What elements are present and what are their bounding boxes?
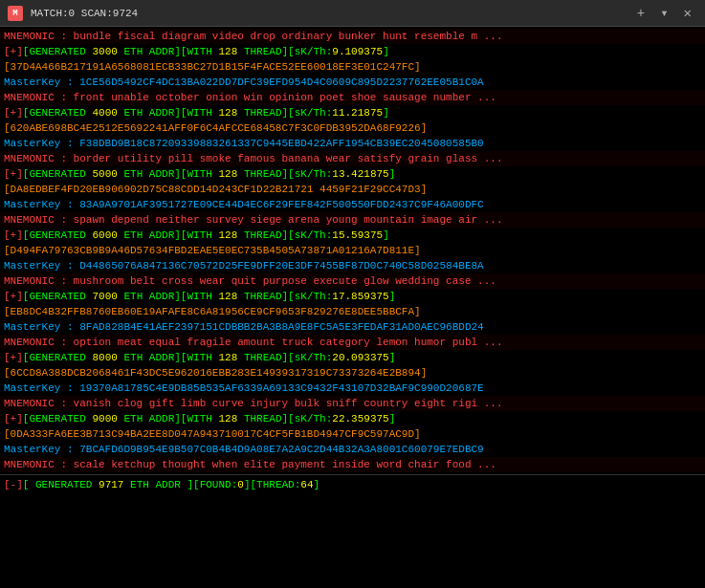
window-title: MATCH:0 SCAN:9724	[31, 8, 624, 19]
terminal-line: MasterKey : D44865076A847136C70572D25FE9…	[0, 258, 705, 273]
terminal-line: [+][GENERATED 4000 ETH ADDR][WITH 128 TH…	[0, 105, 705, 120]
terminal-line: [EB8DC4B32FFB8760EB60E19AFAFE8C6A81956CE…	[0, 304, 705, 319]
terminal-line: MNEMONIC : bundle fiscal diagram video d…	[0, 29, 705, 44]
terminal-line: [+][GENERATED 3000 ETH ADDR][WITH 128 TH…	[0, 44, 705, 59]
new-tab-button[interactable]: +	[631, 0, 650, 27]
terminal-line: MNEMONIC : option meat equal fragile amo…	[0, 335, 705, 350]
terminal-line: [+][GENERATED 6000 ETH ADDR][WITH 128 TH…	[0, 228, 705, 243]
terminal-line: MasterKey : 7BCAFD6D9B954E9B507C0B4B4D9A…	[0, 442, 705, 457]
terminal-line: MNEMONIC : scale ketchup thought when el…	[0, 457, 705, 472]
close-button[interactable]: ✕	[678, 0, 697, 27]
terminal-line: [6CCD8A388DCB2068461F43DC5E962016EBB283E…	[0, 365, 705, 381]
terminal-line: MNEMONIC : mushroom belt cross wear quit…	[0, 273, 705, 289]
terminal-line: [37D4A466B217191A6568081ECB33BC27D1B15F4…	[0, 59, 705, 75]
terminal-line: [0DA333FA6EE3B713C94BA2EE8D047A943710017…	[0, 426, 705, 442]
terminal-line: MNEMONIC : vanish clog gift limb curve i…	[0, 396, 705, 411]
titlebar-controls: + ▾ ✕	[631, 0, 697, 27]
terminal-output: MNEMONIC : bundle fiscal diagram video d…	[0, 27, 705, 588]
terminal-line: [+][GENERATED 9000 ETH ADDR][WITH 128 TH…	[0, 411, 705, 426]
titlebar: M MATCH:0 SCAN:9724 + ▾ ✕	[0, 0, 705, 27]
terminal-line: MasterKey : 8FAD828B4E41AEF2397151CDBBB2…	[0, 319, 705, 335]
terminal-line: MasterKey : 1CE56D5492CF4DC13BA022DD7DFC…	[0, 75, 705, 90]
terminal-line: MasterKey : 19370A81785C4E9DB85B535AF633…	[0, 381, 705, 396]
terminal-line: MNEMONIC : border utility pill smoke fam…	[0, 151, 705, 166]
terminal-line: MNEMONIC : front unable october onion wi…	[0, 90, 705, 105]
terminal-line: [-][ GENERATED 9717 ETH ADDR ][FOUND:0][…	[0, 474, 705, 492]
dropdown-button[interactable]: ▾	[654, 0, 673, 27]
terminal-line: [+][GENERATED 5000 ETH ADDR][WITH 128 TH…	[0, 166, 705, 182]
terminal-line: [620ABE698BC4E2512E5692241AFF0F6C4AFCCE6…	[0, 120, 705, 136]
terminal-line: [D494FA79763CB9B9A46D57634FBD2EAE5E0EC73…	[0, 243, 705, 258]
terminal-line: MNEMONIC : spawn depend neither survey s…	[0, 212, 705, 228]
app-icon: M	[8, 6, 23, 21]
terminal-line: [+][GENERATED 8000 ETH ADDR][WITH 128 TH…	[0, 350, 705, 365]
terminal-line: [DA8EDBEF4FD20EB906902D75C88CDD14D243CF1…	[0, 182, 705, 197]
terminal-line: MasterKey : F38DBD9B18C87209339883261337…	[0, 136, 705, 151]
terminal-line: [+][GENERATED 7000 ETH ADDR][WITH 128 TH…	[0, 289, 705, 304]
terminal-line: MasterKey : 83A9A9701AF3951727E09CE44D4E…	[0, 197, 705, 212]
